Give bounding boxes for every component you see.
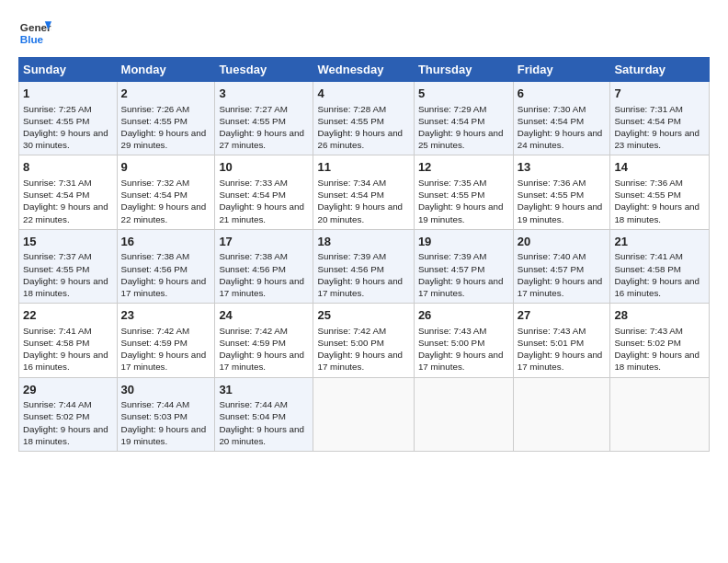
day-number: 8 <box>23 159 113 176</box>
col-thursday: Thursday <box>414 58 513 82</box>
day-number: 3 <box>219 86 309 102</box>
table-cell: 17Sunrise: 7:38 AMSunset: 4:56 PMDayligh… <box>215 229 313 303</box>
day-number: 18 <box>317 234 409 250</box>
day-number: 21 <box>614 234 705 250</box>
table-cell: 30Sunrise: 7:44 AMSunset: 5:03 PMDayligh… <box>117 377 215 451</box>
table-cell: 2Sunrise: 7:26 AMSunset: 4:55 PMDaylight… <box>117 82 215 155</box>
table-cell: 3Sunrise: 7:27 AMSunset: 4:55 PMDaylight… <box>215 82 313 155</box>
day-number: 31 <box>219 382 309 398</box>
day-number: 4 <box>317 86 409 102</box>
day-number: 15 <box>23 234 113 250</box>
day-number: 20 <box>518 234 607 250</box>
day-number: 16 <box>121 234 211 250</box>
table-cell: 27Sunrise: 7:43 AMSunset: 5:01 PMDayligh… <box>513 304 610 377</box>
day-number: 28 <box>614 307 705 324</box>
col-wednesday: Wednesday <box>313 58 414 82</box>
table-cell: 7Sunrise: 7:31 AMSunset: 4:54 PMDaylight… <box>610 82 710 155</box>
table-cell <box>610 377 710 451</box>
table-cell: 14Sunrise: 7:36 AMSunset: 4:55 PMDayligh… <box>610 155 710 229</box>
day-number: 5 <box>418 86 509 102</box>
header: General Blue <box>18 15 710 48</box>
logo: General Blue <box>18 15 51 48</box>
table-cell: 26Sunrise: 7:43 AMSunset: 5:00 PMDayligh… <box>414 304 513 377</box>
col-sunday: Sunday <box>19 58 118 82</box>
day-number: 25 <box>317 307 409 324</box>
table-row: 22Sunrise: 7:41 AMSunset: 4:58 PMDayligh… <box>19 304 710 377</box>
page: General Blue Sunday Monday Tuesday Wedne… <box>0 0 728 563</box>
day-number: 30 <box>121 382 211 398</box>
day-number: 7 <box>614 86 705 102</box>
svg-text:Blue: Blue <box>20 33 44 45</box>
table-cell: 6Sunrise: 7:30 AMSunset: 4:54 PMDaylight… <box>513 82 610 155</box>
table-cell <box>414 377 513 451</box>
header-row: Sunday Monday Tuesday Wednesday Thursday… <box>19 58 710 82</box>
day-number: 14 <box>614 159 705 176</box>
table-cell: 21Sunrise: 7:41 AMSunset: 4:58 PMDayligh… <box>610 229 710 303</box>
col-saturday: Saturday <box>610 58 710 82</box>
day-number: 13 <box>518 159 607 176</box>
table-cell <box>513 377 610 451</box>
calendar-body: 1Sunrise: 7:25 AMSunset: 4:55 PMDaylight… <box>19 82 710 452</box>
table-cell: 31Sunrise: 7:44 AMSunset: 5:04 PMDayligh… <box>215 377 313 451</box>
day-number: 6 <box>518 86 607 102</box>
day-number: 17 <box>219 234 309 250</box>
table-cell: 25Sunrise: 7:42 AMSunset: 5:00 PMDayligh… <box>313 304 414 377</box>
table-cell: 12Sunrise: 7:35 AMSunset: 4:55 PMDayligh… <box>414 155 513 229</box>
table-cell: 10Sunrise: 7:33 AMSunset: 4:54 PMDayligh… <box>215 155 313 229</box>
day-number: 27 <box>518 307 607 324</box>
day-number: 24 <box>219 307 309 324</box>
table-row: 1Sunrise: 7:25 AMSunset: 4:55 PMDaylight… <box>19 82 710 155</box>
table-cell: 13Sunrise: 7:36 AMSunset: 4:55 PMDayligh… <box>513 155 610 229</box>
table-cell: 20Sunrise: 7:40 AMSunset: 4:57 PMDayligh… <box>513 229 610 303</box>
table-cell: 15Sunrise: 7:37 AMSunset: 4:55 PMDayligh… <box>19 229 118 303</box>
table-cell: 11Sunrise: 7:34 AMSunset: 4:54 PMDayligh… <box>313 155 414 229</box>
table-cell: 22Sunrise: 7:41 AMSunset: 4:58 PMDayligh… <box>19 304 118 377</box>
table-cell: 24Sunrise: 7:42 AMSunset: 4:59 PMDayligh… <box>215 304 313 377</box>
day-number: 9 <box>121 159 211 176</box>
table-cell: 29Sunrise: 7:44 AMSunset: 5:02 PMDayligh… <box>19 377 118 451</box>
day-number: 12 <box>418 159 509 176</box>
table-cell: 4Sunrise: 7:28 AMSunset: 4:55 PMDaylight… <box>313 82 414 155</box>
table-cell: 16Sunrise: 7:38 AMSunset: 4:56 PMDayligh… <box>117 229 215 303</box>
table-cell: 23Sunrise: 7:42 AMSunset: 4:59 PMDayligh… <box>117 304 215 377</box>
table-cell: 1Sunrise: 7:25 AMSunset: 4:55 PMDaylight… <box>19 82 118 155</box>
table-row: 15Sunrise: 7:37 AMSunset: 4:55 PMDayligh… <box>19 229 710 303</box>
calendar-table: Sunday Monday Tuesday Wednesday Thursday… <box>18 57 710 452</box>
col-monday: Monday <box>117 58 215 82</box>
day-number: 19 <box>418 234 509 250</box>
table-cell: 28Sunrise: 7:43 AMSunset: 5:02 PMDayligh… <box>610 304 710 377</box>
day-number: 10 <box>219 159 309 176</box>
table-cell: 18Sunrise: 7:39 AMSunset: 4:56 PMDayligh… <box>313 229 414 303</box>
day-number: 1 <box>23 86 113 102</box>
logo-icon: General Blue <box>18 15 51 48</box>
table-cell: 8Sunrise: 7:31 AMSunset: 4:54 PMDaylight… <box>19 155 118 229</box>
day-number: 2 <box>121 86 211 102</box>
col-tuesday: Tuesday <box>215 58 313 82</box>
table-cell: 19Sunrise: 7:39 AMSunset: 4:57 PMDayligh… <box>414 229 513 303</box>
table-cell <box>313 377 414 451</box>
col-friday: Friday <box>513 58 610 82</box>
table-row: 8Sunrise: 7:31 AMSunset: 4:54 PMDaylight… <box>19 155 710 229</box>
day-number: 26 <box>418 307 509 324</box>
table-cell: 5Sunrise: 7:29 AMSunset: 4:54 PMDaylight… <box>414 82 513 155</box>
table-cell: 9Sunrise: 7:32 AMSunset: 4:54 PMDaylight… <box>117 155 215 229</box>
day-number: 23 <box>121 307 211 324</box>
day-number: 11 <box>317 159 409 176</box>
table-row: 29Sunrise: 7:44 AMSunset: 5:02 PMDayligh… <box>19 377 710 451</box>
day-number: 22 <box>23 307 113 324</box>
day-number: 29 <box>23 382 113 398</box>
